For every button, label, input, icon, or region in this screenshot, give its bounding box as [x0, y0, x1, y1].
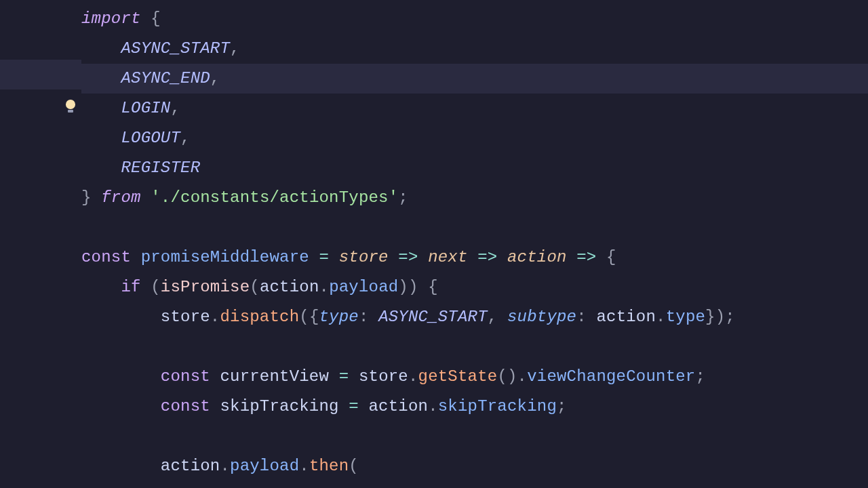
code-line-highlighted[interactable]: ASYNC_END,: [81, 64, 868, 94]
identifier-currentView: currentView: [220, 367, 329, 386]
method-dispatch: dispatch: [220, 308, 299, 326]
code-line-blank[interactable]: [81, 332, 868, 362]
code-line[interactable]: if (isPromise(action.payload)) {: [81, 272, 868, 302]
param-store: store: [339, 248, 389, 266]
identifier-skipTracking: skipTracking: [220, 397, 338, 415]
code-line-blank[interactable]: [81, 422, 868, 451]
key-subtype: subtype: [507, 308, 576, 326]
prop-payload: payload: [329, 278, 398, 296]
gutter-line-highlighted: [0, 60, 81, 89]
keyword-from: from: [101, 188, 140, 207]
code-line[interactable]: const promiseMiddleware = store => next …: [81, 243, 868, 272]
const-login: LOGIN: [121, 99, 170, 117]
code-editor[interactable]: import { ASYNC_START, ASYNC_END, LOGIN, …: [0, 0, 868, 488]
prop-skipTracking: skipTracking: [438, 397, 557, 415]
param-action: action: [507, 248, 567, 266]
keyword-import: import: [81, 9, 141, 28]
code-line[interactable]: const currentView = store.getState().vie…: [81, 362, 868, 392]
identifier-promiseMiddleware: promiseMiddleware: [141, 248, 309, 266]
code-line-blank[interactable]: [81, 213, 868, 243]
code-line[interactable]: LOGIN,: [81, 94, 868, 123]
code-line[interactable]: REGISTER: [81, 153, 868, 183]
param-next: next: [428, 248, 467, 266]
code-line[interactable]: ASYNC_START,: [81, 34, 868, 64]
fn-isPromise: isPromise: [161, 278, 250, 296]
brace-open: {: [151, 9, 161, 28]
const-logout: LOGOUT: [121, 129, 180, 147]
code-line[interactable]: store.dispatch({type: ASYNC_START, subty…: [81, 302, 868, 332]
string-module-path: './constants/actionTypes': [151, 188, 398, 207]
code-line[interactable]: const skipTracking = action.skipTracking…: [81, 392, 868, 422]
const-async-start: ASYNC_START: [121, 39, 230, 58]
code-line[interactable]: import {: [81, 4, 868, 34]
const-register: REGISTER: [121, 159, 200, 177]
prop-viewChangeCounter: viewChangeCounter: [527, 367, 695, 386]
code-line[interactable]: } from './constants/actionTypes';: [81, 183, 868, 213]
editor-gutter: [0, 0, 81, 488]
method-getState: getState: [418, 367, 498, 386]
key-type: type: [319, 308, 359, 326]
keyword-const: const: [81, 248, 131, 266]
code-line[interactable]: LOGOUT,: [81, 123, 868, 153]
keyword-if: if: [121, 278, 140, 296]
code-area[interactable]: import { ASYNC_START, ASYNC_END, LOGIN, …: [81, 4, 868, 488]
method-then: then: [309, 457, 349, 475]
brace-close: }: [81, 188, 92, 207]
const-async-end: ASYNC_END: [121, 69, 210, 87]
code-line[interactable]: action.payload.then(: [81, 451, 868, 481]
